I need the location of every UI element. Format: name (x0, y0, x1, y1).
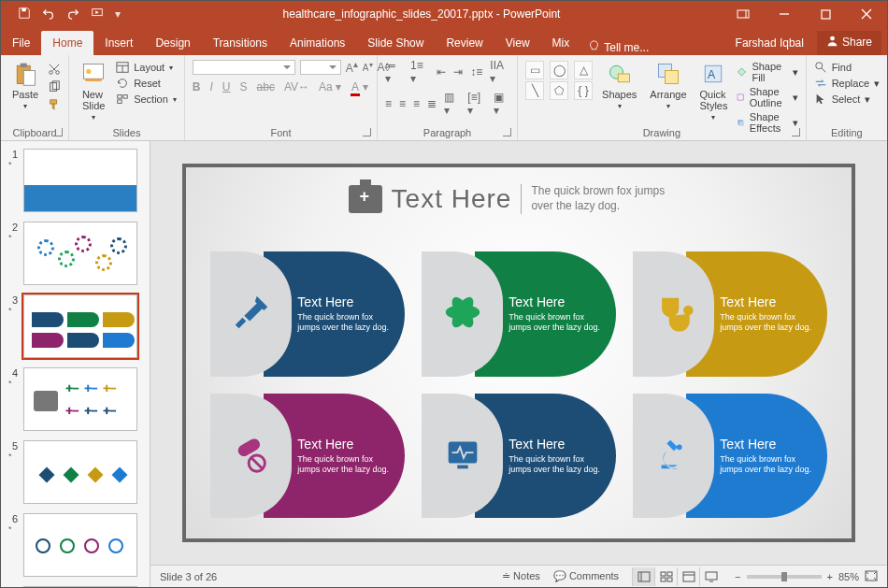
tab-animations[interactable]: Animations (279, 31, 356, 55)
select-button[interactable]: Select ▾ (814, 93, 880, 106)
tab-view[interactable]: View (494, 31, 541, 55)
thumbnail-1[interactable]: 1* (8, 149, 142, 212)
align-text-icon[interactable]: [≡] ▾ (467, 91, 486, 117)
slide-sorter-icon[interactable] (654, 567, 677, 586)
font-color-icon[interactable]: A ▾ (351, 80, 368, 93)
slide-subtitle[interactable]: The quick brown fox jumps over the lazy … (521, 184, 689, 213)
decrease-font-icon[interactable]: A▾ (363, 60, 373, 73)
card-3[interactable]: Text HereThe quick brown fox jumps over … (633, 251, 827, 377)
card-2[interactable]: Text HereThe quick brown fox jumps over … (422, 251, 616, 377)
stethoscope-icon (652, 291, 695, 337)
notes-button[interactable]: ≐ Notes (502, 570, 540, 582)
thumbnail-6[interactable]: 6* (8, 513, 142, 577)
fit-to-window-icon[interactable] (865, 570, 878, 583)
tab-slide-show[interactable]: Slide Show (356, 31, 435, 55)
tab-mix[interactable]: Mix (541, 31, 581, 55)
ribbon-display-options-icon[interactable] (723, 1, 764, 27)
slide-thumbnails-panel[interactable]: 1* 2* 3* 4* (1, 141, 150, 587)
slide-canvas[interactable]: Text Here The quick brown fox jumps over… (150, 141, 887, 565)
layout-button[interactable]: Layout ▾ (116, 61, 177, 74)
share-button[interactable]: Share (817, 31, 881, 55)
thumbnail-4[interactable]: 4* ✚━✚━ ✚━✚━ ✚━✚━ (8, 367, 142, 431)
close-icon[interactable] (846, 1, 887, 27)
tab-transitions[interactable]: Transitions (202, 31, 279, 55)
numbering-icon[interactable]: 1≡ ▾ (410, 59, 429, 85)
reset-button[interactable]: Reset (116, 77, 177, 90)
svg-point-16 (86, 69, 91, 74)
qat-dropdown-icon[interactable]: ▾ (115, 7, 121, 21)
tab-review[interactable]: Review (435, 31, 494, 55)
cut-icon[interactable] (48, 63, 61, 78)
thumbnail-2[interactable]: 2* (8, 222, 142, 285)
normal-view-icon[interactable] (632, 567, 654, 586)
undo-icon[interactable] (42, 7, 55, 22)
svg-rect-23 (123, 95, 127, 99)
justify-icon[interactable]: ≣ (427, 97, 437, 110)
paste-button[interactable]: Paste ▾ (8, 59, 42, 112)
tab-insert[interactable]: Insert (93, 31, 144, 55)
zoom-slider[interactable] (747, 575, 822, 579)
shape-fill-button[interactable]: Shape Fill ▾ (737, 61, 797, 83)
shape-outline-button[interactable]: Shape Outline ▾ (737, 86, 797, 108)
font-size-select[interactable] (300, 60, 341, 75)
replace-button[interactable]: Replace ▾ (814, 77, 880, 90)
italic-button[interactable]: I (210, 80, 213, 93)
svg-rect-21 (118, 95, 122, 99)
zoom-in-icon[interactable]: + (827, 571, 833, 582)
align-right-icon[interactable]: ≡ (413, 97, 420, 110)
slide-title[interactable]: Text Here (392, 184, 512, 214)
shapes-button[interactable]: Shapes▾ (598, 59, 640, 112)
copy-icon[interactable] (48, 80, 61, 95)
indent-left-icon[interactable]: ⇤ (437, 65, 446, 79)
indent-right-icon[interactable]: ⇥ (453, 65, 463, 79)
tab-design[interactable]: Design (144, 31, 201, 55)
card-5[interactable]: Text HereThe quick brown fox jumps over … (422, 394, 616, 519)
underline-button[interactable]: U (222, 80, 231, 93)
card-1[interactable]: Text HereThe quick brown fox jumps over … (210, 251, 405, 377)
user-name[interactable]: Farshad Iqbal (726, 31, 813, 55)
card-4[interactable]: Text HereThe quick brown fox jumps over … (210, 394, 405, 519)
line-spacing-icon[interactable]: ↕≡ (470, 65, 482, 79)
thumbnail-3[interactable]: 3* (8, 294, 142, 358)
text-direction-icon[interactable]: IIA ▾ (490, 59, 509, 85)
bold-button[interactable]: B (193, 80, 201, 93)
tab-file[interactable]: File (1, 31, 41, 55)
columns-icon[interactable]: ▥ ▾ (444, 91, 460, 117)
comments-button[interactable]: 💬 Comments (553, 570, 619, 582)
new-slide-button[interactable]: New Slide ▾ (77, 59, 110, 123)
bullets-icon[interactable]: ≔ ▾ (385, 59, 403, 85)
increase-font-icon[interactable]: A▴ (346, 59, 358, 75)
align-center-icon[interactable]: ≡ (399, 97, 406, 110)
card-6[interactable]: Text HereThe quick brown fox jumps over … (633, 394, 827, 519)
reading-view-icon[interactable] (677, 567, 699, 586)
zoom-out-icon[interactable]: − (735, 571, 740, 582)
start-from-beginning-icon[interactable] (91, 7, 104, 22)
shapes-gallery[interactable]: ▭◯△ ╲⬠{ } (525, 59, 593, 100)
thumbnail-7[interactable]: 7 (8, 586, 142, 587)
redo-icon[interactable] (66, 7, 79, 22)
svg-point-12 (56, 71, 60, 75)
smartart-icon[interactable]: ▣ ▾ (494, 91, 509, 117)
format-painter-icon[interactable] (48, 98, 61, 113)
slide[interactable]: Text Here The quick brown fox jumps over… (182, 164, 855, 542)
char-spacing-icon[interactable]: AV↔ (284, 80, 309, 93)
shadow-button[interactable]: S (240, 80, 248, 93)
minimize-icon[interactable] (764, 1, 805, 27)
section-button[interactable]: Section ▾ (116, 93, 177, 106)
tell-me[interactable]: Tell me... (580, 40, 656, 55)
slideshow-view-icon[interactable] (699, 567, 722, 586)
find-button[interactable]: Find (814, 61, 880, 74)
heart-monitor-icon (441, 433, 484, 479)
arrange-button[interactable]: Arrange▾ (646, 59, 690, 112)
font-family-select[interactable] (193, 60, 295, 75)
thumbnail-5[interactable]: 5* (8, 440, 142, 504)
maximize-icon[interactable] (805, 1, 846, 27)
strike-button[interactable]: abc (257, 80, 275, 93)
save-icon[interactable] (18, 7, 31, 22)
align-left-icon[interactable]: ≡ (385, 97, 392, 110)
zoom-level[interactable]: 85% (838, 571, 859, 582)
quick-styles-button[interactable]: AQuick Styles▾ (696, 59, 732, 123)
tab-home[interactable]: Home (41, 31, 93, 55)
change-case-icon[interactable]: Aa ▾ (319, 80, 341, 93)
svg-rect-49 (667, 572, 672, 576)
